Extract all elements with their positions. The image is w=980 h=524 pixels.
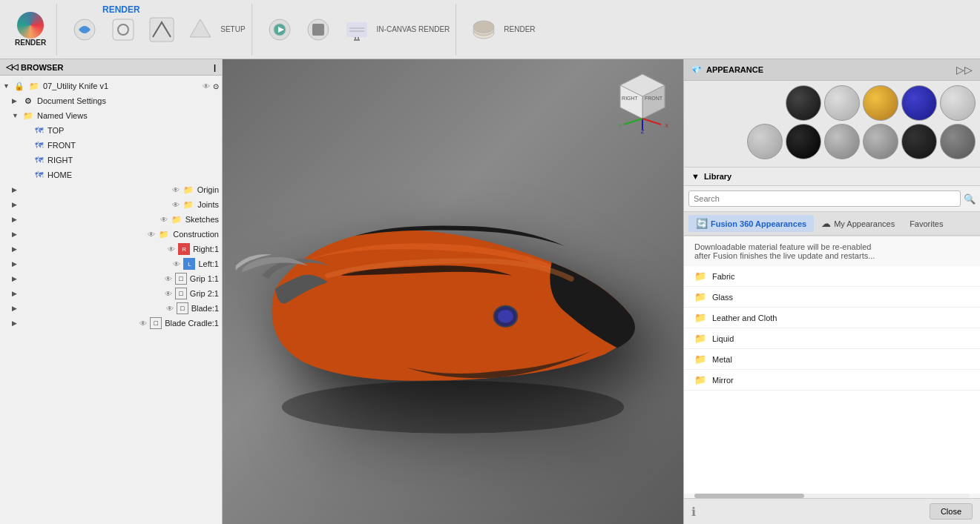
browser-item-grip21[interactable]: ▶ 👁 □ Grip 2:1: [0, 286, 222, 301]
category-mirror[interactable]: 📁 Mirror: [684, 370, 980, 391]
browser-item-origin[interactable]: ▶ 👁 📁 Origin: [0, 182, 222, 197]
leather-cloth-label: Leather and Cloth: [712, 314, 777, 322]
in-canvas-btn-1[interactable]: [261, 7, 298, 52]
category-list: 📁 Fabric 📁 Glass 📁 Leather and Cloth 📁 L…: [684, 266, 980, 494]
left1-icon: L: [183, 258, 195, 270]
leather-cloth-folder-icon: 📁: [694, 312, 706, 323]
category-fabric[interactable]: 📁 Fabric: [684, 266, 980, 287]
svg-rect-10: [346, 22, 367, 37]
swatch-6[interactable]: [747, 124, 783, 159]
blade-cradle1-label: Blade Cradle:1: [165, 319, 219, 328]
grip11-eye[interactable]: 👁: [165, 275, 172, 283]
render-label: RENDER: [96, 3, 146, 16]
svg-line-27: [624, 119, 642, 125]
tab-my-appearances[interactable]: ☁ My Appearances: [814, 215, 902, 232]
liquid-label: Liquid: [712, 334, 734, 343]
swatch-4[interactable]: [901, 85, 937, 121]
browser-item-home[interactable]: 🗺 HOME: [0, 168, 222, 182]
svg-text:X: X: [665, 122, 669, 129]
sketches-eye[interactable]: 👁: [160, 216, 168, 224]
browser-item-named-views[interactable]: ▼ 📁 Named Views: [0, 108, 222, 123]
browser-item-joints[interactable]: ▶ 👁 📁 Joints: [0, 197, 222, 212]
library-header[interactable]: ▼ Library: [684, 168, 980, 186]
browser-item-top[interactable]: 🗺 TOP: [0, 123, 222, 138]
right1-eye[interactable]: 👁: [168, 245, 175, 253]
fusion360-tab-icon: 🔄: [696, 218, 708, 229]
search-icon[interactable]: 🔍: [964, 193, 976, 205]
browser-item-right-view[interactable]: 🗺 RIGHT: [0, 153, 222, 168]
root-eye-icon[interactable]: 👁: [203, 82, 210, 90]
tab-fusion360-appearances[interactable]: 🔄 Fusion 360 Appearances: [688, 215, 814, 232]
browser-item-blade1[interactable]: ▶ 👁 □ Blade:1: [0, 301, 222, 316]
setup-btn-4[interactable]: [182, 7, 219, 52]
viewport-gizmo[interactable]: FRONT RIGHT Z X Y: [609, 67, 676, 133]
construction-eye[interactable]: 👁: [148, 231, 155, 239]
browser-item-right1[interactable]: ▶ 👁 R Right:1: [0, 242, 222, 256]
appearance-expand-icon[interactable]: ▷▷: [956, 64, 973, 76]
category-glass[interactable]: 📁 Glass: [684, 287, 980, 308]
browser-item-construction[interactable]: ▶ 👁 📁 Construction: [0, 227, 222, 242]
swatch-5[interactable]: [940, 85, 976, 121]
home-label: HOME: [47, 170, 72, 179]
blade-cradle1-eye[interactable]: 👁: [139, 319, 147, 328]
browser-item-document-settings[interactable]: ▶ ⚙ Document Settings: [0, 93, 222, 108]
left1-eye[interactable]: 👁: [173, 260, 180, 268]
grip21-eye[interactable]: 👁: [165, 290, 172, 298]
swatch-3[interactable]: [863, 85, 898, 121]
category-metal[interactable]: 📁 Metal: [684, 349, 980, 370]
metal-label: Metal: [712, 355, 732, 364]
swatch-row-2: [688, 124, 976, 159]
named-views-expand: ▼: [12, 112, 22, 119]
browser-item-grip11[interactable]: ▶ 👁 □ Grip 1:1: [0, 271, 222, 286]
browser-item-blade-cradle1[interactable]: ▶ 👁 □ Blade Cradle:1: [0, 316, 222, 331]
swatch-1[interactable]: [786, 85, 821, 121]
swatch-11[interactable]: [940, 124, 976, 159]
search-input[interactable]: [688, 190, 961, 207]
render-button[interactable]: RENDER: [10, 7, 50, 52]
swatch-2[interactable]: [824, 85, 860, 121]
browser-item-sketches[interactable]: ▶ 👁 📁 Sketches: [0, 212, 222, 227]
close-button[interactable]: Close: [930, 503, 973, 520]
origin-eye[interactable]: 👁: [172, 186, 180, 194]
info-circle-icon[interactable]: ℹ: [691, 505, 696, 519]
tab-favorites[interactable]: Favorites: [902, 216, 950, 231]
root-settings-icon[interactable]: ⊙: [213, 82, 219, 90]
right-view-icon: 🗺: [33, 154, 45, 166]
browser-root-item[interactable]: ▼ 🔒 📁 07_Utility Knife v1 👁 ⊙: [0, 79, 222, 93]
library-tabs: 🔄 Fusion 360 Appearances ☁ My Appearance…: [684, 212, 980, 236]
grip21-label: Grip 2:1: [190, 289, 219, 298]
grip21-icon: □: [175, 288, 187, 299]
render-tool-group: RENDER: [7, 4, 57, 56]
render-export-btn[interactable]: [465, 7, 502, 52]
appearance-header: 💎 APPEARANCE ▷▷: [684, 59, 980, 81]
glass-folder-icon: 📁: [694, 291, 706, 302]
blade1-eye[interactable]: 👁: [166, 305, 174, 313]
in-canvas-btn-2[interactable]: [300, 7, 337, 52]
joints-expand: ▶: [12, 201, 22, 208]
swatch-10[interactable]: [901, 124, 937, 159]
top-label: TOP: [47, 126, 64, 135]
category-liquid[interactable]: 📁 Liquid: [684, 328, 980, 349]
browser-collapse-icon[interactable]: |: [214, 63, 216, 72]
doc-settings-icon: ⚙: [22, 95, 34, 107]
metal-folder-icon: 📁: [694, 354, 706, 365]
render-btn-label: RENDER: [15, 39, 46, 47]
swatch-8[interactable]: [824, 124, 860, 159]
browser-back-icon[interactable]: ◁◁: [6, 62, 18, 72]
category-leather-cloth[interactable]: 📁 Leather and Cloth: [684, 308, 980, 328]
setup-btn-3[interactable]: [143, 7, 180, 52]
right1-expand: ▶: [12, 245, 22, 253]
swatch-7[interactable]: [786, 124, 821, 159]
swatch-9[interactable]: [863, 124, 898, 159]
named-views-folder-icon: 📁: [22, 110, 34, 122]
blade1-label: Blade:1: [191, 304, 219, 313]
browser-item-left1[interactable]: ▶ 👁 L Left:1: [0, 256, 222, 271]
root-icon: 🔒: [13, 80, 25, 92]
in-canvas-btn-3[interactable]: [338, 7, 375, 52]
svg-rect-1: [113, 19, 134, 40]
named-views-label: Named Views: [37, 111, 88, 120]
browser-item-front[interactable]: 🗺 FRONT: [0, 138, 222, 153]
viewport[interactable]: FRONT RIGHT Z X Y: [223, 59, 683, 524]
joints-eye[interactable]: 👁: [172, 201, 180, 209]
mirror-label: Mirror: [712, 376, 734, 385]
